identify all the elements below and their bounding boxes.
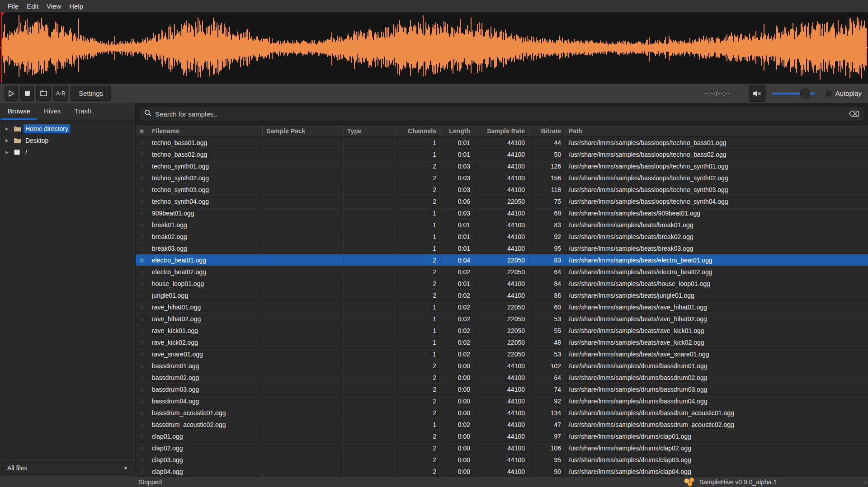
favorite-star-icon[interactable]: ☆ <box>136 431 148 442</box>
playback-status: Stopped <box>138 478 162 486</box>
table-row[interactable]: ☆ bassdrum02.ogg 2 0:00 44100 64 /usr/sh… <box>136 372 868 384</box>
volume-knob[interactable] <box>800 89 810 98</box>
table-row[interactable]: ☆ techno_synth03.ogg 2 0:03 44100 118 /u… <box>136 184 868 196</box>
table-row[interactable]: ☆ house_loop01.ogg 2 0:01 44100 84 /usr/… <box>136 278 868 290</box>
menu-item[interactable]: Edit <box>23 0 42 12</box>
favorite-star-icon[interactable]: ☆ <box>136 243 148 254</box>
table-row[interactable]: ☆ techno_synth01.ogg 2 0:03 44100 126 /u… <box>136 160 868 172</box>
loop-ab-button[interactable]: A-B <box>53 86 68 101</box>
table-row[interactable]: ☆ rave_hihat01.ogg 1 0:02 22050 60 /usr/… <box>136 301 868 313</box>
table-row[interactable]: ☆ rave_kick01.ogg 1 0:02 22050 55 /usr/s… <box>136 325 868 337</box>
table-row[interactable]: ☆ clap01.ogg 2 0:00 44100 97 /usr/share/… <box>136 431 868 442</box>
favorite-star-icon[interactable]: ☆ <box>136 231 148 242</box>
favorite-star-icon[interactable]: ☆ <box>136 442 148 454</box>
table-row[interactable]: ☆ rave_hihat02.ogg 1 0:02 22050 53 /usr/… <box>136 313 868 325</box>
sidebar-tab-browse[interactable]: Browse <box>1 103 37 120</box>
loop-button[interactable] <box>36 86 51 101</box>
sidebar-tab-trash[interactable]: Trash <box>68 103 99 120</box>
column-header-sample-pack[interactable]: Sample Pack <box>263 125 344 136</box>
table-row[interactable]: ☆ electro_beat02.ogg 2 0:02 22050 64 /us… <box>136 266 868 278</box>
favorite-star-icon[interactable]: ☆ <box>136 360 148 371</box>
favorite-star-icon[interactable]: ☆ <box>136 313 148 324</box>
favorite-star-icon[interactable]: ☆ <box>136 278 148 289</box>
favorite-star-icon[interactable]: ☆ <box>136 301 148 313</box>
table-row[interactable]: ☆ clap04.ogg 2 0:00 44100 90 /usr/share/… <box>136 466 868 477</box>
table-row[interactable]: ☆ techno_bass01.ogg 1 0:01 44100 44 /usr… <box>136 137 868 149</box>
favorite-star-icon[interactable]: ☆ <box>136 372 148 383</box>
favorite-star-icon[interactable]: ☆ <box>136 395 148 407</box>
column-header-filename[interactable]: Filename <box>148 125 263 136</box>
table-row[interactable]: ☆ 909beat01.ogg 1 0:03 44100 68 /usr/sha… <box>136 207 868 219</box>
favorite-star-icon[interactable]: ☆ <box>136 254 148 266</box>
favorite-star-icon[interactable]: ☆ <box>136 160 148 172</box>
column-header-sample-rate[interactable]: Sample Rate <box>474 125 529 136</box>
favorite-star-icon[interactable]: ☆ <box>136 337 148 348</box>
favorite-star-icon[interactable]: ☆ <box>136 184 148 195</box>
search-input[interactable] <box>155 110 849 118</box>
favorite-star-icon[interactable]: ☆ <box>136 384 148 395</box>
favorite-star-icon[interactable]: ☆ <box>136 348 148 360</box>
favorite-star-icon[interactable]: ☆ <box>136 419 148 430</box>
table-row[interactable]: ☆ techno_synth02.ogg 2 0:03 44100 156 /u… <box>136 172 868 184</box>
table-row[interactable]: ☆ bassdrum04.ogg 2 0:00 44100 92 /usr/sh… <box>136 395 868 407</box>
play-button[interactable] <box>5 86 18 101</box>
menu-item[interactable]: File <box>4 0 23 12</box>
tree-item[interactable]: ▶ Desktop <box>1 135 134 146</box>
cell-length: 0:03 <box>440 160 474 172</box>
favorite-star-icon[interactable]: ☆ <box>136 219 148 230</box>
waveform-display[interactable] <box>0 12 868 84</box>
table-row[interactable]: ☆ techno_bass02.ogg 1 0:01 44100 50 /usr… <box>136 149 868 160</box>
table-row[interactable]: ☆ jungle01.ogg 2 0:02 44100 86 /usr/shar… <box>136 290 868 301</box>
menu-item[interactable]: View <box>42 0 65 12</box>
tree-item[interactable]: ▶ / <box>1 146 134 158</box>
column-header-bitrate[interactable]: Bitrate <box>529 125 565 136</box>
expander-icon[interactable]: ▶ <box>5 138 14 143</box>
favorite-star-icon[interactable]: ☆ <box>136 407 148 418</box>
table-row[interactable]: ☆ clap02.ogg 2 0:00 44100 106 /usr/share… <box>136 442 868 454</box>
table-row[interactable]: ☆ bassdrum03.ogg 2 0:00 44100 74 /usr/sh… <box>136 384 868 395</box>
column-header-path[interactable]: Path <box>565 125 868 136</box>
play-icon <box>8 90 14 97</box>
file-filter-dropdown[interactable]: All files ▼ <box>1 461 134 475</box>
settings-button[interactable]: Settings <box>71 86 111 101</box>
favorite-star-icon[interactable]: ☆ <box>136 137 148 148</box>
favorite-star-icon[interactable]: ☆ <box>136 325 148 336</box>
menu-item[interactable]: Help <box>65 0 87 12</box>
favorite-star-icon[interactable]: ☆ <box>136 207 148 219</box>
table-row[interactable]: ☆ bassdrum01.ogg 2 0:00 44100 102 /usr/s… <box>136 360 868 372</box>
table-row[interactable]: ☆ break01.ogg 1 0:01 44100 83 /usr/share… <box>136 219 868 231</box>
favorite-star-icon[interactable]: ☆ <box>136 149 148 160</box>
cell-sample-rate: 44100 <box>474 466 529 477</box>
column-header-channels[interactable]: Channels <box>395 125 440 136</box>
sidebar-tab-hives[interactable]: Hives <box>37 103 68 120</box>
column-header-type[interactable]: Type <box>344 125 395 136</box>
table-row[interactable]: ☆ electro_beat01.ogg 2 0:04 22050 83 /us… <box>136 254 868 266</box>
table-row[interactable]: ☆ rave_snare01.ogg 1 0:02 22050 53 /usr/… <box>136 348 868 360</box>
mute-button[interactable] <box>749 85 765 102</box>
table-row[interactable]: ☆ techno_synth04.ogg 2 0:06 22050 75 /us… <box>136 196 868 207</box>
table-row[interactable]: ☆ rave_kick02.ogg 1 0:02 22050 48 /usr/s… <box>136 337 868 348</box>
favorite-star-icon[interactable]: ☆ <box>136 466 148 477</box>
clear-search-icon[interactable]: ⌫ <box>849 109 859 119</box>
resize-grip[interactable] <box>861 478 867 486</box>
tree-item[interactable]: ▶ Home directory <box>1 123 134 135</box>
volume-slider[interactable] <box>772 89 815 98</box>
table-row[interactable]: ☆ bassdrum_acoustic01.ogg 2 0:00 44100 1… <box>136 407 868 419</box>
autoplay-checkbox[interactable] <box>825 90 832 97</box>
favorite-star-icon[interactable]: ☆ <box>136 172 148 183</box>
column-header-favorite[interactable]: ★ <box>136 125 148 136</box>
favorite-star-icon[interactable]: ☆ <box>136 266 148 277</box>
cell-sample-pack <box>263 372 344 383</box>
favorite-star-icon[interactable]: ☆ <box>136 454 148 465</box>
favorite-star-icon[interactable]: ☆ <box>136 196 148 207</box>
column-header-length[interactable]: Length <box>440 125 474 136</box>
table-row[interactable]: ☆ break03.ogg 1 0:01 44100 95 /usr/share… <box>136 243 868 254</box>
expander-icon[interactable]: ▶ <box>5 150 14 155</box>
table-row[interactable]: ☆ break02.ogg 1 0:01 44100 92 /usr/share… <box>136 231 868 243</box>
search-bar[interactable]: ⌫ <box>139 107 864 121</box>
stop-button[interactable] <box>20 86 34 101</box>
expander-icon[interactable]: ▶ <box>5 126 14 131</box>
table-row[interactable]: ☆ clap03.ogg 2 0:00 44100 95 /usr/share/… <box>136 454 868 466</box>
table-row[interactable]: ☆ bassdrum_acoustic02.ogg 1 0:02 44100 4… <box>136 419 868 431</box>
favorite-star-icon[interactable]: ☆ <box>136 290 148 301</box>
